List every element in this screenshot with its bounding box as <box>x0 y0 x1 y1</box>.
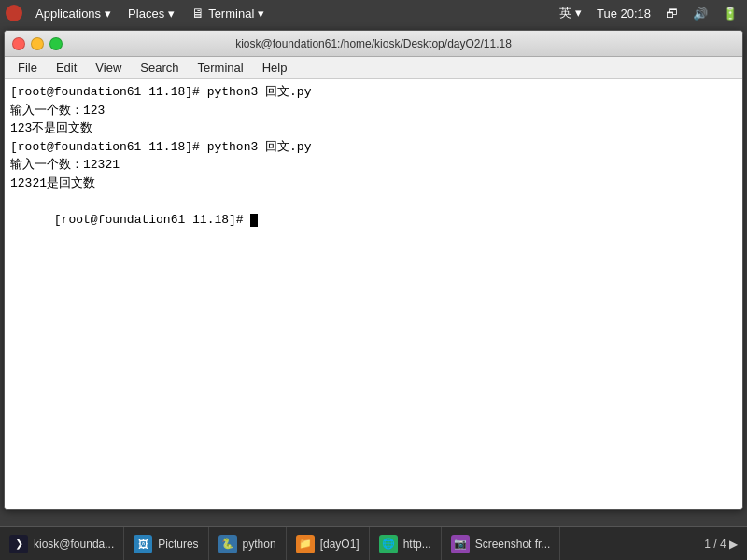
term-line-1: [root@foundation61 11.18]# python3 回文.py <box>10 83 737 102</box>
menu-bar: File Edit View Search Terminal Help <box>5 57 742 79</box>
taskbar-icon-pictures: 🖼 <box>134 535 152 553</box>
taskbar-icon-terminal: ❯ <box>9 535 28 553</box>
applications-menu[interactable]: Applications ▾ <box>28 5 119 22</box>
taskbar-label-pictures: Pictures <box>158 538 198 551</box>
taskbar-label-browser: http... <box>403 538 431 551</box>
datetime-display: Tue 20:18 <box>593 5 655 22</box>
taskbar-label-python: python <box>243 538 276 551</box>
taskbar-item-python[interactable]: 🐍 python <box>209 527 287 561</box>
terminal-cursor <box>250 214 258 227</box>
term-line-6: 12321是回文数 <box>10 175 737 193</box>
maximize-button[interactable] <box>49 37 63 50</box>
taskbar-pager[interactable]: 1 / 4 ▶ <box>704 538 747 551</box>
taskbar-icon-python: 🐍 <box>218 535 237 553</box>
terminal-window: kiosk@foundation61:/home/kiosk/Desktop/d… <box>4 30 743 510</box>
term-line-2: 输入一个数：123 <box>10 102 737 120</box>
taskbar-icon-browser: 🌐 <box>379 535 398 553</box>
system-top-bar: Applications ▾ Places ▾ 🖥 Terminal ▾ 英 ▾… <box>0 0 747 26</box>
taskbar-item-pictures[interactable]: 🖼 Pictures <box>124 527 208 561</box>
term-line-4: [root@foundation61 11.18]# python3 回文.py <box>10 138 737 157</box>
window-title: kiosk@foundation61:/home/kiosk/Desktop/d… <box>235 37 512 50</box>
taskbar-icon-dayfolder: 📁 <box>296 535 315 553</box>
window-icon[interactable]: 🗗 <box>662 5 682 22</box>
taskbar-item-terminal[interactable]: ❯ kiosk@founda... <box>0 527 124 561</box>
window-controls <box>12 37 63 50</box>
close-button[interactable] <box>12 37 25 50</box>
top-bar-right: 英 ▾ Tue 20:18 🗗 🔊 🔋 <box>556 3 741 23</box>
menu-search[interactable]: Search <box>133 59 186 77</box>
taskbar-item-dayfolder[interactable]: 📁 [dayO1] <box>287 527 370 561</box>
term-line-5: 输入一个数：12321 <box>10 156 737 175</box>
terminal-app-menu[interactable]: 🖥 Terminal ▾ <box>184 4 272 22</box>
top-bar-left: Applications ▾ Places ▾ 🖥 Terminal ▾ <box>6 4 272 22</box>
menu-view[interactable]: View <box>88 59 129 77</box>
terminal-app-arrow: ▾ <box>258 7 264 21</box>
taskbar-label-terminal: kiosk@founda... <box>34 538 114 551</box>
places-arrow: ▾ <box>168 7 175 21</box>
taskbar-label-dayfolder: [dayO1] <box>320 538 359 551</box>
applications-label: Applications <box>35 7 101 21</box>
term-line-7: [root@foundation61 11.18]# <box>10 192 737 247</box>
taskbar-item-browser[interactable]: 🌐 http... <box>370 527 442 561</box>
battery-icon[interactable]: 🔋 <box>719 5 741 22</box>
terminal-app-label: Terminal <box>208 7 254 21</box>
terminal-body[interactable]: [root@foundation61 11.18]# python3 回文.py… <box>5 79 742 509</box>
minimize-button[interactable] <box>31 37 44 50</box>
taskbar-icon-screenshot: 📷 <box>451 535 470 553</box>
places-menu[interactable]: Places ▾ <box>120 5 182 22</box>
lang-selector[interactable]: 英 ▾ <box>556 3 585 23</box>
applications-arrow: ▾ <box>105 7 111 21</box>
terminal-app-icon: 🖥 <box>191 6 204 21</box>
taskbar-label-screenshot: Screenshot fr... <box>475 538 551 551</box>
title-bar: kiosk@foundation61:/home/kiosk/Desktop/d… <box>5 31 742 57</box>
places-label: Places <box>128 7 164 21</box>
menu-edit[interactable]: Edit <box>49 59 84 77</box>
volume-icon[interactable]: 🔊 <box>689 5 712 22</box>
app-menu-icon <box>6 5 22 21</box>
term-line-3: 123不是回文数 <box>10 119 737 138</box>
menu-help[interactable]: Help <box>255 59 295 77</box>
menu-terminal[interactable]: Terminal <box>190 59 251 77</box>
taskbar: ❯ kiosk@founda... 🖼 Pictures 🐍 python 📁 … <box>0 526 747 560</box>
taskbar-item-screenshot[interactable]: 📷 Screenshot fr... <box>442 527 561 561</box>
menu-file[interactable]: File <box>10 59 45 77</box>
